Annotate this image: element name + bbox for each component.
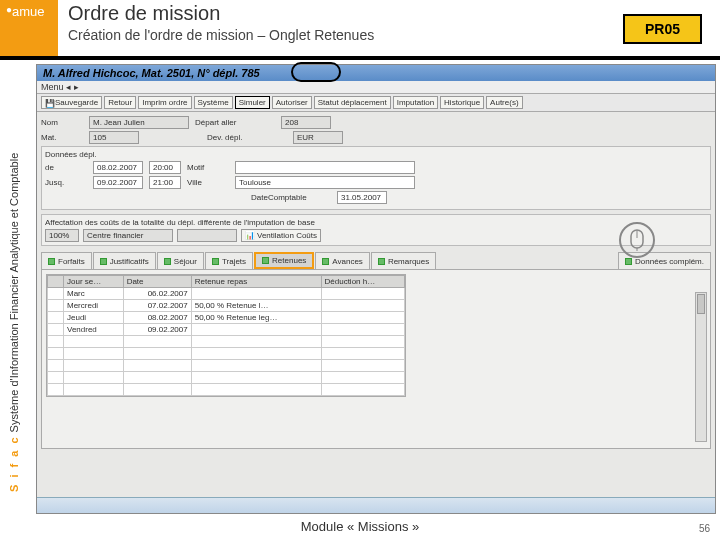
table-row[interactable] <box>48 336 405 348</box>
toolbar: 💾Sauvegarde Retour Imprim ordre Système … <box>37 94 715 112</box>
tab-sejour[interactable]: Séjour <box>157 252 204 269</box>
authorize-button[interactable]: Autoriser <box>272 96 312 109</box>
jusq-time[interactable]: 21:00 <box>149 176 181 189</box>
page-number: 56 <box>699 523 710 534</box>
depart-label: Départ aller <box>195 118 275 127</box>
col-retenue[interactable]: Retenue repas <box>191 276 321 288</box>
menubar[interactable]: Menu ◂ ▸ <box>37 81 715 94</box>
print-button[interactable]: Imprim ordre <box>138 96 191 109</box>
table-row[interactable]: Marc06.02.2007 <box>48 288 405 300</box>
jusq-date[interactable]: 09.02.2007 <box>93 176 143 189</box>
brand-logo: ●amue <box>0 0 58 56</box>
retenues-grid: Jour se… Date Retenue repas Déduction h…… <box>46 274 406 397</box>
mat-label: Mat. <box>41 133 83 142</box>
ville-label: Ville <box>187 178 229 187</box>
tab-remarques[interactable]: Remarques <box>371 252 436 269</box>
other-button[interactable]: Autre(s) <box>486 96 522 109</box>
col-jour[interactable]: Jour se… <box>64 276 124 288</box>
affect-pct: 100% <box>45 229 79 242</box>
save-icon: 💾 <box>45 99 53 107</box>
de-label: de <box>45 163 87 172</box>
back-button[interactable]: Retour <box>104 96 136 109</box>
motif-field[interactable] <box>235 161 415 174</box>
sidebar-label: S i f a c Système d'Information Financie… <box>2 80 26 500</box>
de-date[interactable]: 08.02.2007 <box>93 161 143 174</box>
tab-forfaits[interactable]: Forfaits <box>41 252 92 269</box>
sap-window: M. Alfred Hichcoc, Mat. 2501, N° dépl. 7… <box>36 64 716 514</box>
imputation-button[interactable]: Imputation <box>393 96 438 109</box>
window-title: M. Alfred Hichcoc, Mat. 2501, N° dépl. 7… <box>37 65 715 81</box>
de-time[interactable]: 20:00 <box>149 161 181 174</box>
tab-panel-retenues: Jour se… Date Retenue repas Déduction h…… <box>41 269 711 449</box>
simulate-button[interactable]: Simuler <box>235 96 270 109</box>
table-row[interactable] <box>48 384 405 396</box>
page-title: Ordre de mission <box>68 2 374 25</box>
status-button[interactable]: Statut déplacement <box>314 96 391 109</box>
table-row[interactable] <box>48 372 405 384</box>
nom-label: Nom <box>41 118 83 127</box>
affect-cf: Centre financier <box>83 229 173 242</box>
statusbar <box>37 497 715 513</box>
dev-field: EUR <box>293 131 343 144</box>
datecpt-label: DateComptable <box>251 193 331 202</box>
jusq-label: Jusq. <box>45 178 87 187</box>
table-row[interactable]: Vendred09.02.2007 <box>48 324 405 336</box>
table-row[interactable] <box>48 360 405 372</box>
depart-field: 208 <box>281 116 331 129</box>
dep-header: Données dépl. <box>45 150 707 159</box>
dev-label: Dev. dépl. <box>207 133 287 142</box>
tab-avances[interactable]: Avances <box>315 252 370 269</box>
motif-label: Motif <box>187 163 229 172</box>
ventilation-button[interactable]: 📊 Ventilation Coûts <box>241 229 321 242</box>
save-button[interactable]: 💾Sauvegarde <box>41 96 102 109</box>
tab-retenues[interactable]: Retenues <box>254 252 314 269</box>
footer-module: Module « Missions » <box>0 519 720 534</box>
table-row[interactable] <box>48 348 405 360</box>
tab-justificatifs[interactable]: Justificatifs <box>93 252 156 269</box>
system-button[interactable]: Système <box>194 96 233 109</box>
grid-scrollbar[interactable] <box>695 292 707 442</box>
history-button[interactable]: Historique <box>440 96 484 109</box>
datecpt-field[interactable]: 31.05.2007 <box>337 191 387 204</box>
ville-field[interactable]: Toulouse <box>235 176 415 189</box>
tabstrip: Forfaits Justificatifs Séjour Trajets Re… <box>41 252 711 269</box>
pr-badge: PR05 <box>623 14 702 44</box>
affect-val[interactable] <box>177 229 237 242</box>
mouse-hint-icon <box>619 222 655 258</box>
mat-field: 105 <box>89 131 139 144</box>
table-row[interactable]: Mercredi07.02.200750,00 % Retenue l… <box>48 300 405 312</box>
tab-trajets[interactable]: Trajets <box>205 252 253 269</box>
affect-title: Affectation des coûts de la totalité du … <box>45 218 707 227</box>
col-deduction[interactable]: Déduction h… <box>321 276 405 288</box>
col-date[interactable]: Date <box>123 276 191 288</box>
nom-field: M. Jean Julien <box>89 116 189 129</box>
table-row[interactable]: Jeudi08.02.200750,00 % Retenue leg… <box>48 312 405 324</box>
page-subtitle: Création de l'ordre de mission – Onglet … <box>68 27 374 43</box>
